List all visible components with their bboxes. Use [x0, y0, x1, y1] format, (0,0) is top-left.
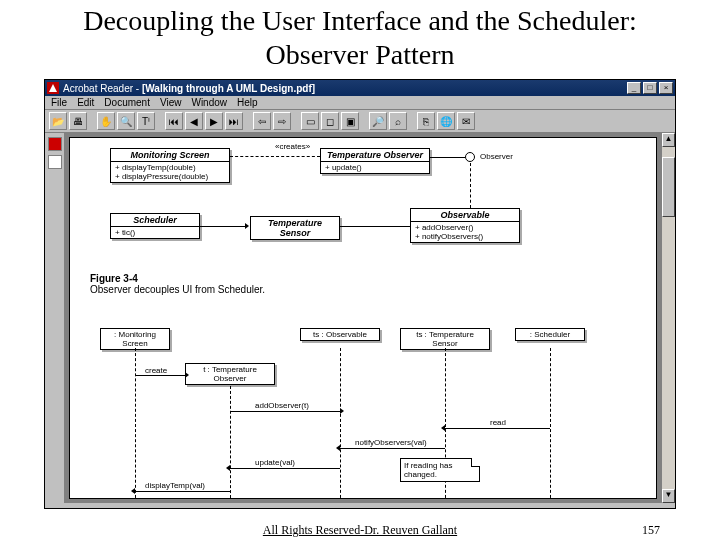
search-icon[interactable]: ⌕: [389, 112, 407, 130]
class-name: Temperature Sensor: [251, 217, 339, 239]
titlebar: Acrobat Reader - [Walking through A UML …: [45, 80, 675, 96]
web-icon[interactable]: 🌐: [437, 112, 455, 130]
figure-text: Observer decouples UI from Scheduler.: [90, 284, 265, 295]
scroll-thumb[interactable]: [662, 157, 675, 217]
text-select-icon[interactable]: Tᴵ: [137, 112, 155, 130]
class-monitoring-screen: Monitoring Screen + displayTemp(double) …: [110, 148, 230, 183]
menu-window[interactable]: Window: [191, 97, 227, 108]
last-page-icon[interactable]: ⏭: [225, 112, 243, 130]
scroll-track[interactable]: [662, 147, 675, 489]
class-ops: + displayTemp(double) + displayPressure(…: [111, 162, 229, 182]
observer-label: Observer: [480, 152, 513, 161]
slide-title: Decoupling the User Interface and the Sc…: [0, 0, 720, 79]
acrobat-logo-icon: [47, 82, 59, 94]
thumbnails-icon[interactable]: [48, 155, 62, 169]
lifeline-label: : Monitoring Screen: [101, 329, 169, 349]
pdf-page: Monitoring Screen + displayTemp(double) …: [69, 137, 657, 499]
back-icon[interactable]: ⇦: [253, 112, 271, 130]
class-ops: + tic(): [111, 227, 199, 238]
print-icon[interactable]: 🖶: [69, 112, 87, 130]
class-observable: Observable + addObserver() + notifyObser…: [410, 208, 520, 243]
msg-update: update(val): [255, 458, 295, 467]
class-name: Temperature Observer: [321, 149, 429, 162]
generalization: [340, 226, 410, 227]
connector: [430, 157, 465, 158]
slide-page-number: 157: [642, 523, 660, 538]
lifeline-label: ts : Temperature Sensor: [401, 329, 489, 349]
class-scheduler: Scheduler + tic(): [110, 213, 200, 239]
menu-view[interactable]: View: [160, 97, 182, 108]
vertical-scrollbar[interactable]: ▲ ▼: [661, 133, 675, 503]
next-page-icon[interactable]: ▶: [205, 112, 223, 130]
scroll-down-icon[interactable]: ▼: [662, 489, 675, 503]
forward-icon[interactable]: ⇨: [273, 112, 291, 130]
lifeline-label: : Scheduler: [516, 329, 584, 340]
message-arrow: [230, 411, 340, 412]
class-name: Scheduler: [111, 214, 199, 227]
lifeline-observable: ts : Observable: [300, 328, 380, 341]
lifeline-temp-observer: t : Temperature Observer: [185, 363, 275, 385]
creates-dependency: [230, 156, 320, 157]
lifeline-label: ts : Observable: [301, 329, 379, 340]
app-name: Acrobat Reader: [63, 83, 133, 94]
msg-notify: notifyObservers(val): [355, 438, 427, 447]
scroll-up-icon[interactable]: ▲: [662, 133, 675, 147]
menubar: File Edit Document View Window Help: [45, 96, 675, 110]
menu-help[interactable]: Help: [237, 97, 258, 108]
document-area: Monitoring Screen + displayTemp(double) …: [45, 133, 675, 503]
fit-width-icon[interactable]: ▭: [301, 112, 319, 130]
message-arrow: [340, 448, 445, 449]
class-ops: + update(): [321, 162, 429, 173]
observer-assoc: [470, 163, 471, 208]
figure-caption: Figure 3-4 Observer decouples UI from Sc…: [90, 273, 265, 295]
maximize-button[interactable]: □: [643, 82, 657, 94]
find-icon[interactable]: 🔎: [369, 112, 387, 130]
fit-page-icon[interactable]: ◻: [321, 112, 339, 130]
class-temperature-observer: Temperature Observer + update(): [320, 148, 430, 174]
message-arrow: [230, 468, 340, 469]
sidebar-strip: [45, 133, 65, 503]
connector: [200, 226, 245, 227]
observer-interface-lollipop: [465, 152, 475, 162]
message-arrow: [135, 375, 185, 376]
adobe-icon[interactable]: [48, 137, 62, 151]
menu-document[interactable]: Document: [104, 97, 150, 108]
hand-icon[interactable]: ✋: [97, 112, 115, 130]
lifeline-dash: [135, 348, 136, 499]
lifeline-scheduler: : Scheduler: [515, 328, 585, 341]
copy-icon[interactable]: ⎘: [417, 112, 435, 130]
slide-footer: All Rights Reserved-Dr. Reuven Gallant: [0, 523, 720, 538]
class-ops: + addObserver() + notifyObservers(): [411, 222, 519, 242]
msg-addobserver: addObserver(t): [255, 401, 309, 410]
open-icon[interactable]: 📂: [49, 112, 67, 130]
zoom-icon[interactable]: 🔍: [117, 112, 135, 130]
lifeline-monitoring: : Monitoring Screen: [100, 328, 170, 350]
msg-displaytemp: displayTemp(val): [145, 481, 205, 490]
lifeline-temp-sensor: ts : Temperature Sensor: [400, 328, 490, 350]
stereotype-creates: «creates»: [275, 142, 310, 151]
toolbar: 📂🖶✋🔍Tᴵ⏮◀▶⏭⇦⇨▭◻▣🔎⌕⎘🌐✉: [45, 110, 675, 133]
message-arrow: [135, 491, 230, 492]
lifeline-label: t : Temperature Observer: [186, 364, 274, 384]
class-name: Monitoring Screen: [111, 149, 229, 162]
message-arrow: [445, 428, 550, 429]
lifeline-dash: [340, 348, 341, 499]
menu-edit[interactable]: Edit: [77, 97, 94, 108]
lifeline-dash: [550, 348, 551, 499]
class-temperature-sensor: Temperature Sensor: [250, 216, 340, 240]
prev-page-icon[interactable]: ◀: [185, 112, 203, 130]
first-page-icon[interactable]: ⏮: [165, 112, 183, 130]
class-name: Observable: [411, 209, 519, 222]
guard-note: If reading has changed.: [400, 458, 480, 482]
actual-size-icon[interactable]: ▣: [341, 112, 359, 130]
figure-number: Figure 3-4: [90, 273, 138, 284]
menu-file[interactable]: File: [51, 97, 67, 108]
msg-read: read: [490, 418, 506, 427]
acrobat-window: Acrobat Reader - [Walking through A UML …: [44, 79, 676, 509]
document-name: [Walking through A UML Design.pdf]: [142, 83, 315, 94]
close-button[interactable]: ×: [659, 82, 673, 94]
minimize-button[interactable]: _: [627, 82, 641, 94]
mail-icon[interactable]: ✉: [457, 112, 475, 130]
lifeline-dash: [230, 386, 231, 499]
msg-create: create: [145, 366, 167, 375]
